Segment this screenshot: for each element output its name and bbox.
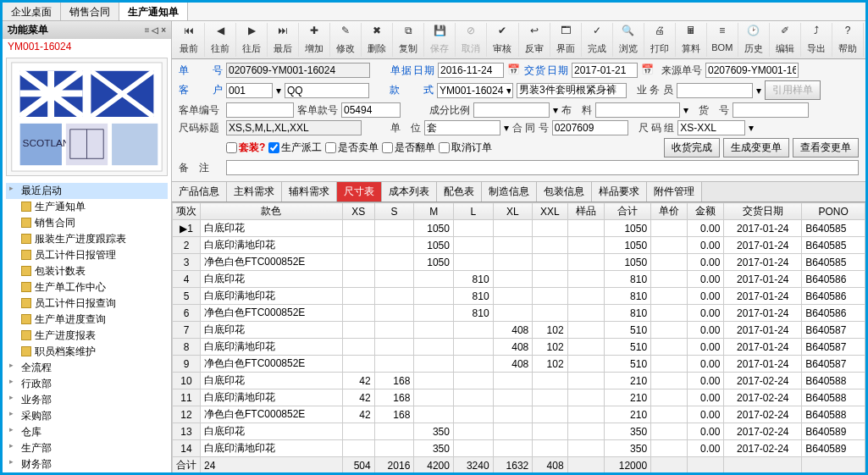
calendar-icon[interactable]: 📅 — [641, 64, 655, 77]
tb-反审[interactable]: ↩反审 — [519, 23, 550, 57]
btn-scbgd[interactable]: 生成变更单 — [723, 138, 789, 157]
table-row[interactable]: 2白底印满地印花105010500.002017-01-24B640585 — [173, 237, 865, 254]
input-jhrq[interactable] — [572, 63, 638, 78]
input-ywy[interactable] — [677, 83, 753, 98]
grid-header[interactable]: 单价 — [651, 203, 688, 220]
subtab-7[interactable]: 包装信息 — [537, 182, 592, 202]
tb-增加[interactable]: ✚增加 — [299, 23, 330, 57]
table-row[interactable]: 12净色白色FTC000852E421682100.002017-02-24B6… — [173, 406, 865, 423]
tb-BOM[interactable]: ≡BOM — [707, 23, 738, 57]
input-lydh[interactable] — [705, 63, 799, 78]
input-ks-code[interactable] — [437, 83, 513, 98]
tab-1[interactable]: 销售合同 — [61, 3, 119, 20]
grid-header[interactable]: 交货日期 — [724, 203, 802, 220]
input-kh-code[interactable] — [226, 83, 273, 98]
tb-完成[interactable]: ✓完成 — [582, 23, 613, 57]
collapse-icon[interactable]: ≡ ◁ × — [145, 25, 166, 35]
tb-往前[interactable]: ◀往前 — [205, 23, 236, 57]
input-cfbl[interactable] — [473, 102, 550, 118]
grid-header[interactable]: 款色 — [201, 203, 343, 220]
grid-header[interactable]: 项次 — [173, 203, 201, 220]
grid-header[interactable]: XS — [342, 203, 374, 220]
tb-修改[interactable]: ✎修改 — [330, 23, 362, 57]
input-cmbt[interactable] — [226, 120, 362, 135]
tree-item[interactable]: 生产单进度查询 — [19, 312, 168, 328]
tree-item[interactable]: 生产单工作中心 — [19, 279, 168, 295]
tree-item[interactable]: 仓库 — [6, 424, 168, 440]
tree-item[interactable]: 生产通知单 — [19, 199, 168, 215]
input-danhao[interactable] — [226, 63, 370, 78]
table-row[interactable]: 10白底印花421682100.002017-02-24B640588 — [173, 373, 865, 389]
grid-header[interactable]: M — [414, 203, 454, 220]
table-row[interactable]: 4白底印花8108100.002017-01-24B640586 — [173, 271, 865, 288]
table-row[interactable]: 9净色白色FTC000852E4081025100.002017-01-24B6… — [173, 356, 865, 373]
dropdown-icon[interactable]: ▾ — [553, 104, 558, 116]
tb-最前[interactable]: ⏮最前 — [174, 23, 205, 57]
tab-2[interactable]: 生产通知单 — [119, 3, 188, 20]
tb-浏览[interactable]: 🔍浏览 — [613, 23, 644, 57]
tree-item[interactable]: 行政部 — [6, 376, 168, 392]
chk-sffd[interactable]: 是否翻单 — [382, 141, 435, 155]
input-hth[interactable] — [552, 120, 628, 135]
input-hh[interactable] — [733, 102, 809, 118]
tb-编辑[interactable]: ✐编辑 — [770, 23, 801, 57]
table-row[interactable]: 14白底印满地印花3503500.002017-02-24B640589 — [173, 440, 865, 457]
tb-导出[interactable]: ⤴导出 — [801, 23, 832, 57]
dropdown-icon[interactable]: ▾ — [749, 122, 754, 134]
tree-item[interactable]: 销售合同 — [19, 215, 168, 231]
tb-历史[interactable]: 🕑历史 — [738, 23, 770, 57]
grid-header[interactable]: PONO — [802, 203, 865, 220]
tb-最后[interactable]: ⏭最后 — [268, 23, 299, 57]
tree-item[interactable]: 生产部 — [6, 440, 168, 456]
tree-item[interactable]: 生产进度报表 — [19, 328, 168, 344]
tree-item[interactable]: 员工计件日报管理 — [19, 247, 168, 263]
tb-算料[interactable]: 🖩算料 — [676, 23, 707, 57]
subtab-9[interactable]: 附件管理 — [647, 182, 702, 202]
tb-帮助[interactable]: ?帮助 — [832, 23, 864, 57]
tree-item[interactable]: 包装计数表 — [19, 263, 168, 279]
table-row[interactable]: 6净色白色FTC000852E8108100.002017-01-24B6405… — [173, 305, 865, 322]
input-djrq[interactable] — [438, 63, 504, 78]
chk-tz[interactable]: 套装? — [226, 141, 265, 155]
tree-item[interactable]: 业务部 — [6, 392, 168, 408]
grid-header[interactable]: XL — [493, 203, 533, 220]
btn-ckbgd[interactable]: 查看变更单 — [793, 138, 859, 157]
input-bz[interactable] — [226, 160, 859, 175]
subtab-2[interactable]: 辅料需求 — [282, 182, 337, 202]
grid-header[interactable]: L — [453, 203, 493, 220]
chk-sfmd[interactable]: 是否卖单 — [325, 141, 379, 155]
grid-header[interactable]: 合计 — [604, 203, 650, 220]
grid-header[interactable]: 金额 — [688, 203, 724, 220]
table-row[interactable]: ▶1白底印花105010500.002017-01-24B640585 — [173, 220, 865, 237]
subtab-5[interactable]: 配色表 — [437, 182, 482, 202]
dropdown-icon[interactable]: ▾ — [276, 85, 281, 97]
tree-item[interactable]: 员工计件日报查询 — [19, 295, 168, 312]
tb-往后[interactable]: ▶往后 — [236, 23, 268, 57]
tb-审核[interactable]: ✔审核 — [487, 23, 518, 57]
tree-item[interactable]: 服装生产进度跟踪表 — [19, 231, 168, 247]
table-row[interactable]: 7白底印花4081025100.002017-01-24B640587 — [173, 322, 865, 339]
dropdown-icon[interactable]: ▾ — [683, 104, 688, 116]
chk-qxdd[interactable]: 取消订单 — [439, 141, 492, 155]
table-row[interactable]: 13白底印花3503500.002017-02-24B640589 — [173, 423, 865, 440]
dropdown-icon[interactable]: ▾ — [504, 122, 509, 134]
tab-0[interactable]: 企业桌面 — [3, 3, 61, 20]
input-kh-name[interactable] — [285, 83, 369, 98]
grid-header[interactable]: 样品 — [567, 203, 604, 220]
tree-item[interactable]: 全流程 — [6, 360, 168, 376]
calendar-icon[interactable]: 📅 — [507, 64, 521, 77]
input-cmz[interactable] — [677, 120, 745, 135]
table-row[interactable]: 11白底印满地印花421682100.002017-02-24B640588 — [173, 389, 865, 406]
input-ks-name[interactable] — [517, 83, 627, 98]
input-khbh[interactable] — [226, 102, 294, 118]
subtab-0[interactable]: 产品信息 — [172, 182, 227, 202]
tb-界面[interactable]: 🗔界面 — [550, 23, 582, 57]
input-bl[interactable] — [595, 102, 680, 118]
table-row[interactable]: 3净色白色FTC000852E105010500.002017-01-24B64… — [173, 254, 865, 271]
grid-header[interactable]: S — [374, 203, 414, 220]
input-khkh[interactable] — [341, 102, 401, 118]
input-dw[interactable] — [424, 120, 500, 135]
btn-shwc[interactable]: 收货完成 — [664, 138, 720, 157]
tb-打印[interactable]: 🖨打印 — [644, 23, 676, 57]
subtab-6[interactable]: 制造信息 — [482, 182, 537, 202]
